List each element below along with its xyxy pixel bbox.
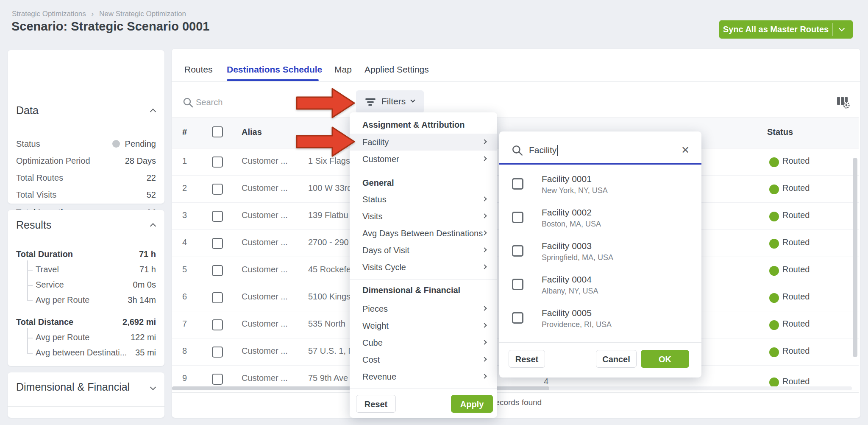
facility-reset-button[interactable]: Reset <box>509 350 545 368</box>
row-checkbox[interactable] <box>212 319 223 330</box>
menu-item-facility[interactable]: Facility <box>350 134 497 151</box>
sync-button-label: Sync All as Master Routes <box>719 20 832 39</box>
row-checkbox[interactable] <box>212 347 223 358</box>
facility-cancel-button[interactable]: Cancel <box>596 350 637 368</box>
routed-dot-icon <box>769 212 779 221</box>
tab-applied-settings[interactable]: Applied Settings <box>364 64 429 75</box>
menu-item-label: Visits <box>362 208 382 225</box>
search-icon <box>511 144 524 157</box>
alias-cell: Customer ... <box>242 238 288 247</box>
status-cell: Routed <box>782 238 810 247</box>
menu-item-customer[interactable]: Customer <box>350 151 497 168</box>
row-index: 2 <box>182 183 187 193</box>
column-header-alias[interactable]: Alias <box>242 127 262 137</box>
row-checkbox[interactable] <box>212 238 223 249</box>
tree-line <box>27 328 28 353</box>
dimensional-financial-panel: Dimensional & Financial <box>8 372 164 418</box>
menu-item-pieces[interactable]: Pieces <box>350 300 497 317</box>
row-checkbox[interactable] <box>212 374 223 385</box>
stat-value: 122 mi <box>131 333 156 342</box>
facility-name: Facility 0001 <box>542 174 592 184</box>
facility-checkbox[interactable] <box>512 312 523 324</box>
menu-item-status[interactable]: Status <box>350 191 497 208</box>
facility-location: Springfield, MA, USA <box>542 253 613 262</box>
tree-line <box>27 260 28 300</box>
row-index: 5 <box>182 265 187 274</box>
facility-checkbox[interactable] <box>512 178 523 190</box>
menu-item-visits[interactable]: Visits <box>350 208 497 225</box>
facility-option[interactable]: Facility 0005 Providence, RI, USA <box>499 306 701 340</box>
menu-item-label: Days of Visit <box>362 242 409 259</box>
facility-location: Boston, MA, USA <box>542 220 601 229</box>
menu-item-label: Avg Days Between Destinations <box>362 225 483 242</box>
stat-value: 22 <box>147 173 156 183</box>
expand-panel-icon[interactable] <box>150 384 156 390</box>
menu-item-label: Cost <box>362 351 380 368</box>
routed-dot-icon <box>769 293 779 303</box>
facility-name: Facility 0005 <box>542 308 592 318</box>
routed-dot-icon <box>769 377 779 387</box>
page-title: Scenario: Strategic Scenario 0001 <box>11 20 209 34</box>
tab-destinations-schedule[interactable]: Destinations Schedule <box>227 64 322 75</box>
row-index: 8 <box>182 346 187 356</box>
stat-value: 71 h <box>139 249 156 259</box>
facility-option[interactable]: Facility 0003 Springfield, MA, USA <box>499 239 701 273</box>
column-header-status[interactable]: Status <box>767 127 793 137</box>
menu-divider <box>350 172 497 172</box>
row-index: 9 <box>182 373 187 383</box>
facility-name: Facility 0002 <box>542 207 592 218</box>
tab-routes[interactable]: Routes <box>184 64 213 75</box>
select-all-checkbox[interactable] <box>212 126 223 137</box>
tree-line <box>27 285 33 286</box>
columns-settings-icon[interactable] <box>835 94 851 110</box>
filters-apply-button[interactable]: Apply <box>451 395 493 413</box>
vertical-scrollbar-thumb[interactable] <box>853 158 857 357</box>
tab-map[interactable]: Map <box>334 64 352 75</box>
menu-item-visits-cycle[interactable]: Visits Cycle <box>350 259 497 276</box>
menu-section-header: Dimensional & Financial <box>362 285 460 295</box>
menu-item-cube[interactable]: Cube <box>350 334 497 351</box>
filters-button[interactable]: Filters <box>356 90 424 113</box>
facility-option[interactable]: Facility 0004 Albany, NY, USA <box>499 273 701 306</box>
stat-label: Service <box>36 280 64 290</box>
filters-reset-button[interactable]: Reset <box>356 395 396 413</box>
stat-label: Status <box>16 139 40 149</box>
alias-cell: Customer ... <box>242 183 288 193</box>
row-checkbox[interactable] <box>212 211 223 222</box>
menu-item-revenue[interactable]: Revenue <box>350 368 497 385</box>
facility-search-value[interactable]: Facility <box>529 145 558 156</box>
breadcrumb-strategic-optimizations[interactable]: Strategic Optimizations <box>12 10 86 18</box>
facility-checkbox[interactable] <box>512 279 523 290</box>
row-checkbox[interactable] <box>212 292 223 303</box>
collapse-panel-icon[interactable] <box>150 223 156 229</box>
row-checkbox[interactable] <box>212 157 223 168</box>
pending-dot-icon <box>112 140 120 148</box>
button-divider <box>832 23 833 36</box>
routed-dot-icon <box>769 239 779 249</box>
facility-ok-button[interactable]: OK <box>641 350 689 368</box>
routed-dot-icon <box>769 157 779 167</box>
collapse-panel-icon[interactable] <box>150 109 156 115</box>
chevron-down-icon[interactable] <box>839 25 845 31</box>
chevron-right-icon <box>482 306 487 310</box>
facility-option[interactable]: Facility 0001 New York, NY, USA <box>499 172 701 206</box>
footer-divider <box>172 392 859 393</box>
sync-all-master-routes-button[interactable]: Sync All as Master Routes <box>719 20 853 39</box>
close-icon[interactable]: ✕ <box>681 144 690 156</box>
menu-item-cost[interactable]: Cost <box>350 351 497 368</box>
app-root: Strategic Optimizations › New Strategic … <box>0 0 868 425</box>
search-input[interactable] <box>196 94 302 110</box>
menu-item-days-of-visit[interactable]: Days of Visit <box>350 242 497 259</box>
facility-checkbox[interactable] <box>512 212 523 223</box>
routed-dot-icon <box>769 320 779 330</box>
row-checkbox[interactable] <box>212 265 223 276</box>
row-checkbox[interactable] <box>212 184 223 195</box>
facility-option[interactable]: Facility 0002 Boston, MA, USA <box>499 206 701 239</box>
tabs-divider <box>172 81 860 82</box>
status-cell: Routed <box>782 265 810 274</box>
column-header-index[interactable]: # <box>182 127 187 137</box>
menu-item-avg-days-between-destinations[interactable]: Avg Days Between Destinations <box>350 225 497 242</box>
facility-checkbox[interactable] <box>512 245 523 257</box>
facility-location: Providence, RI, USA <box>542 320 612 329</box>
menu-item-weight[interactable]: Weight <box>350 317 497 334</box>
